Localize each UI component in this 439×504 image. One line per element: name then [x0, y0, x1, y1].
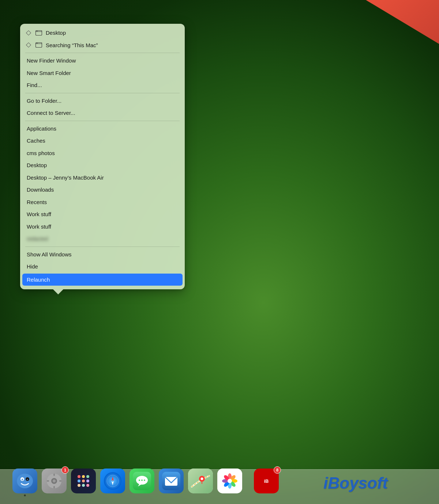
svg-rect-16 — [53, 474, 55, 476]
svg-point-37 — [139, 479, 140, 481]
menu-item-redacted[interactable]: redacted — [20, 233, 185, 245]
iboysoft-branding-area: iBoysoft — [323, 474, 388, 492]
finder-context-menu: Desktop Searching “This Mac” New Finder … — [20, 24, 185, 289]
dock-item-iboysoft[interactable]: iB 8 — [253, 468, 279, 494]
svg-point-3 — [37, 31, 38, 31]
dock-item-messages[interactable] — [129, 468, 155, 494]
dock-item-maps[interactable] — [187, 468, 214, 494]
menu-item-new-smart-folder[interactable]: New Smart Folder — [20, 67, 185, 79]
menu-item-go-to-folder[interactable]: Go to Folder... — [20, 95, 185, 107]
svg-point-27 — [78, 484, 80, 487]
menu-label-desktop-pinned: Desktop — [46, 29, 66, 37]
svg-point-12 — [27, 479, 28, 480]
finder-icon — [12, 469, 37, 493]
diamond-icon-2 — [26, 42, 31, 48]
menu-item-desktop-pinned[interactable]: Desktop — [20, 27, 185, 39]
mail-icon — [159, 469, 184, 493]
menu-item-desktop-jenny[interactable]: Desktop – Jenny’s MacBook Air — [20, 172, 185, 184]
svg-point-45 — [201, 478, 203, 480]
svg-point-28 — [82, 484, 85, 487]
svg-point-7 — [37, 43, 38, 44]
photos-icon — [217, 469, 242, 493]
svg-rect-17 — [53, 486, 55, 488]
menu-item-connect-to-server[interactable]: Connect to Server... — [20, 107, 185, 119]
messages-icon — [130, 469, 154, 493]
svg-point-25 — [82, 479, 85, 482]
menu-label-searching-pinned: Searching “This Mac” — [46, 42, 98, 49]
svg-point-8 — [17, 474, 33, 488]
menu-label-work-stuff-1: Work stuff — [27, 211, 51, 218]
separator-4 — [25, 247, 180, 247]
menu-item-relaunch[interactable]: Relaunch — [22, 274, 183, 286]
menu-label-new-smart-folder: New Smart Folder — [27, 69, 71, 77]
svg-point-24 — [78, 479, 80, 482]
menu-item-hide[interactable]: Hide — [20, 260, 185, 273]
dock-item-mail[interactable] — [158, 468, 184, 494]
menu-item-work-stuff-1[interactable]: Work stuff — [20, 208, 185, 221]
menu-item-new-finder-window[interactable]: New Finder Window — [20, 54, 185, 67]
finder-window-icon — [35, 30, 42, 35]
svg-point-30 — [104, 472, 121, 490]
menu-label-new-finder-window: New Finder Window — [27, 57, 76, 64]
menu-item-find[interactable]: Find... — [20, 79, 185, 91]
menu-item-cms-photos[interactable]: cms photos — [20, 147, 185, 159]
menu-label-redacted: redacted — [27, 235, 48, 242]
menu-label-connect-to-server: Connect to Server... — [27, 109, 75, 117]
menu-label-show-all-windows: Show All Windows — [27, 251, 72, 258]
menu-item-caches[interactable]: Caches — [20, 135, 185, 147]
separator-1 — [25, 53, 180, 53]
menu-label-desktop-jenny: Desktop – Jenny’s MacBook Air — [27, 174, 104, 181]
iboysoft-badge: 8 — [274, 466, 281, 474]
menu-item-applications[interactable]: Applications — [20, 123, 185, 135]
dock-item-launchpad[interactable] — [70, 468, 97, 494]
menu-label-desktop: Desktop — [27, 162, 47, 169]
dock-item-system-preferences[interactable]: 1 — [41, 468, 67, 494]
menu-item-recents[interactable]: Recents — [20, 196, 185, 208]
svg-point-6 — [36, 43, 37, 44]
dock-items-container: 1 — [7, 465, 284, 497]
menu-label-caches: Caches — [27, 137, 45, 144]
separator-3 — [25, 121, 180, 121]
svg-point-23 — [86, 475, 89, 478]
menu-label-hide: Hide — [27, 263, 38, 270]
menu-item-downloads[interactable]: Downloads — [20, 184, 185, 196]
menu-label-work-stuff-2: Work stuff — [27, 223, 51, 230]
menu-item-searching-pinned[interactable]: Searching “This Mac” — [20, 39, 185, 52]
svg-point-26 — [86, 479, 89, 482]
diamond-icon — [26, 30, 31, 35]
dock-item-safari[interactable] — [100, 468, 126, 494]
svg-rect-19 — [59, 480, 61, 482]
desktop-corner-decoration — [366, 0, 439, 44]
system-preferences-badge: 1 — [61, 466, 69, 474]
svg-point-39 — [144, 479, 145, 481]
svg-point-29 — [86, 484, 89, 487]
svg-point-11 — [22, 479, 23, 481]
dock: 1 — [0, 464, 439, 504]
menu-label-cms-photos: cms photos — [27, 150, 55, 157]
svg-point-22 — [82, 475, 85, 478]
svg-point-2 — [36, 31, 37, 31]
iboysoft-icon-text: iB — [264, 478, 269, 484]
menu-label-recents: Recents — [27, 199, 47, 206]
finder-window-icon-2 — [35, 42, 42, 48]
menu-item-work-stuff-2[interactable]: Work stuff — [20, 221, 185, 233]
maps-icon — [188, 469, 213, 493]
safari-icon — [100, 469, 125, 493]
dock-item-photos[interactable] — [217, 468, 243, 494]
separator-2 — [25, 93, 180, 93]
menu-label-find: Find... — [27, 82, 42, 89]
dock-dot-finder — [24, 494, 26, 496]
menu-label-go-to-folder: Go to Folder... — [27, 97, 61, 105]
svg-point-15 — [53, 479, 56, 482]
svg-point-21 — [78, 475, 80, 478]
iboysoft-logo-text: iBoysoft — [323, 474, 388, 492]
desktop: Desktop Searching “This Mac” New Finder … — [0, 0, 439, 504]
menu-item-show-all-windows[interactable]: Show All Windows — [20, 248, 185, 261]
menu-label-relaunch: Relaunch — [27, 276, 50, 283]
menu-label-downloads: Downloads — [27, 186, 54, 193]
menu-label-applications: Applications — [27, 125, 56, 132]
menu-item-desktop[interactable]: Desktop — [20, 159, 185, 172]
svg-point-38 — [141, 479, 143, 481]
launchpad-icon — [71, 469, 96, 493]
dock-item-finder[interactable] — [12, 468, 38, 494]
